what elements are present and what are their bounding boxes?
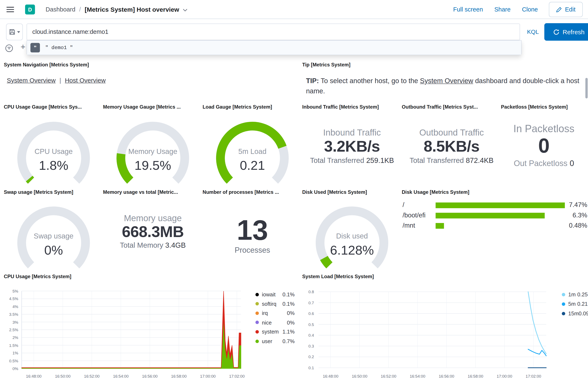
- legend-dot: [255, 330, 259, 334]
- chart-load-plot: [302, 283, 588, 378]
- legend-item-iowait[interactable]: iowait0.1%: [255, 291, 294, 298]
- link-host-overview[interactable]: Host Overview: [65, 77, 106, 83]
- tip-text-before: To select another host, go to the: [319, 77, 420, 85]
- legend-label: user: [262, 338, 272, 344]
- legend-value: 0.7%: [283, 338, 295, 344]
- inbound-traffic-metric: Inbound Traffic 3.2KB/s Total Transferre…: [302, 119, 402, 187]
- disk-bar: [436, 213, 565, 218]
- metric-sub-value: 259.1KB: [366, 156, 394, 164]
- metric-value: 3.2KB/s: [302, 138, 402, 155]
- disk-bar-fill: [436, 202, 565, 208]
- disk-value: 7.47%: [569, 201, 587, 209]
- tip-link-system-overview[interactable]: System Overview: [420, 77, 473, 85]
- metric-subtext: Total Transferred 259.1KB: [302, 156, 402, 165]
- gauge-value: 0.21: [203, 158, 302, 173]
- legend-dot: [255, 311, 259, 315]
- legend-item-system[interactable]: system1.1%: [255, 328, 294, 336]
- panel-title-inbound[interactable]: Inbound Traffic [Metrics System]: [302, 104, 398, 110]
- panel-title-system-load-chart[interactable]: System Load [Metrics System]: [302, 274, 416, 279]
- legend-item-1m[interactable]: 1m0.25: [562, 291, 588, 298]
- panel-title-outbound[interactable]: Outbound Traffic [Metrics Syst...: [402, 104, 497, 110]
- legend-label: nice: [262, 319, 272, 325]
- panel-title-system-navigation[interactable]: System Navigation [Metrics System]: [4, 62, 101, 68]
- chart-cpu-plot: [0, 283, 297, 378]
- metric-sub-label: Total Transferred: [310, 156, 364, 164]
- disk-value: 0.48%: [569, 222, 587, 229]
- pencil-icon: [556, 7, 562, 12]
- panel-title-memory-usage[interactable]: Memory usage vs total [Metric...: [103, 189, 199, 195]
- space-avatar[interactable]: D: [25, 5, 35, 14]
- swap-usage-gauge: Swap usage 0%: [4, 203, 103, 274]
- breadcrumb-dashboard[interactable]: Dashboard: [46, 6, 75, 13]
- full-screen-button[interactable]: Full screen: [453, 6, 483, 13]
- chevron-down-icon[interactable]: [183, 9, 187, 12]
- legend-label: irq: [262, 310, 268, 316]
- header: D Dashboard / [Metrics System] Host over…: [0, 0, 588, 19]
- memory-usage-gauge: Memory Usage 19.5%: [103, 119, 203, 189]
- metric-label: Processes: [203, 246, 302, 255]
- suggestion-item[interactable]: " demo1 ": [27, 41, 521, 55]
- metric-label: Outbound Traffic: [402, 128, 502, 138]
- panel-title-disk-used[interactable]: Disk Used [Metrics System]: [302, 189, 398, 195]
- refresh-icon: [553, 29, 560, 35]
- caret-down-icon: [17, 31, 20, 33]
- share-button[interactable]: Share: [494, 6, 511, 13]
- refresh-button[interactable]: Refresh: [544, 23, 588, 41]
- panel-title-packetloss[interactable]: Packetloss [Metrics System]: [501, 104, 587, 110]
- saved-query-menu-button[interactable]: [6, 24, 23, 40]
- kql-button[interactable]: KQL: [524, 24, 542, 40]
- panel-title-disk-usage[interactable]: Disk Usage [Metrics System]: [402, 189, 516, 195]
- scrollbar-thumb[interactable]: [585, 78, 588, 98]
- gauge-value: 6.128%: [302, 243, 402, 257]
- panel-title-memory-gauge[interactable]: Memory Usage Gauge [Metrics ...: [103, 104, 199, 110]
- gauge-label: 5m Load: [203, 148, 302, 156]
- query-input[interactable]: [27, 24, 520, 40]
- legend-item-irq[interactable]: irq0%: [255, 309, 294, 317]
- metric-value: 8.5KB/s: [402, 138, 502, 155]
- disk-row: /boot/efi 6.3%: [402, 212, 588, 220]
- disk-mount-label: /mnt: [402, 222, 415, 229]
- legend-item-nice[interactable]: nice0%: [255, 319, 294, 326]
- legend-value: 0.1%: [283, 291, 295, 297]
- legend-label: iowait: [262, 291, 275, 297]
- disk-row: / 7.47%: [402, 201, 588, 210]
- panel-title-cpu-usage-chart[interactable]: CPU Usage [Metrics System]: [4, 274, 118, 279]
- filter-icon[interactable]: [5, 44, 14, 53]
- metric-sub-value: 0: [570, 159, 574, 167]
- legend-item-5m[interactable]: 5m0.21: [562, 300, 588, 308]
- legend-value: 1.1%: [283, 329, 295, 335]
- gauge-value: 19.5%: [103, 158, 203, 173]
- panel-title-swap[interactable]: Swap usage [Metrics System]: [4, 189, 99, 195]
- value-token-icon: [30, 43, 40, 53]
- metric-sub-value: 3.4GB: [165, 241, 186, 249]
- save-icon: [9, 28, 16, 35]
- panel-title-cpu-gauge[interactable]: CPU Usage Gauge [Metrics Sys...: [4, 104, 99, 110]
- link-system-overview[interactable]: System Overview: [7, 77, 55, 83]
- legend-item-softirq[interactable]: softirq0.1%: [255, 300, 294, 307]
- edit-button[interactable]: Edit: [549, 2, 583, 17]
- load-gauge: 5m Load 0.21: [203, 119, 302, 189]
- link-separator: |: [59, 77, 61, 83]
- legend-value: 0.21: [577, 301, 588, 307]
- system-load-chart: 16:48:0016:50:0016:52:0016:54:0016:56:00…: [302, 283, 588, 378]
- panel-title-load-gauge[interactable]: Load Gauge [Metrics System]: [203, 104, 298, 110]
- metric-label: Memory usage: [103, 213, 203, 223]
- tip-text: TIP: To select another host, go to the S…: [306, 76, 588, 96]
- panel-title-tip[interactable]: Tip [Metrics System]: [302, 62, 399, 68]
- metric-value: 668.3MB: [103, 223, 203, 241]
- clone-button[interactable]: Clone: [522, 6, 538, 13]
- metric-sub-label: Out Packetloss: [514, 159, 568, 167]
- tip-label: TIP:: [306, 77, 319, 85]
- legend-dot: [255, 302, 259, 305]
- legend-item-user[interactable]: user0.7%: [255, 337, 294, 345]
- kibana-dashboard: D Dashboard / [Metrics System] Host over…: [0, 0, 588, 378]
- panel-title-processes[interactable]: Number of processes [Metrics ...: [203, 189, 298, 195]
- add-filter-button[interactable]: +: [20, 42, 25, 52]
- menu-icon[interactable]: [6, 5, 14, 14]
- legend-value: 0.25: [577, 291, 588, 297]
- legend-item-15m[interactable]: 15m0.09: [562, 310, 588, 317]
- edit-label: Edit: [565, 6, 575, 13]
- disk-used-gauge: Disk used 6.128%: [302, 203, 402, 274]
- legend-dot: [562, 302, 565, 306]
- legend-label: 5m: [568, 301, 576, 307]
